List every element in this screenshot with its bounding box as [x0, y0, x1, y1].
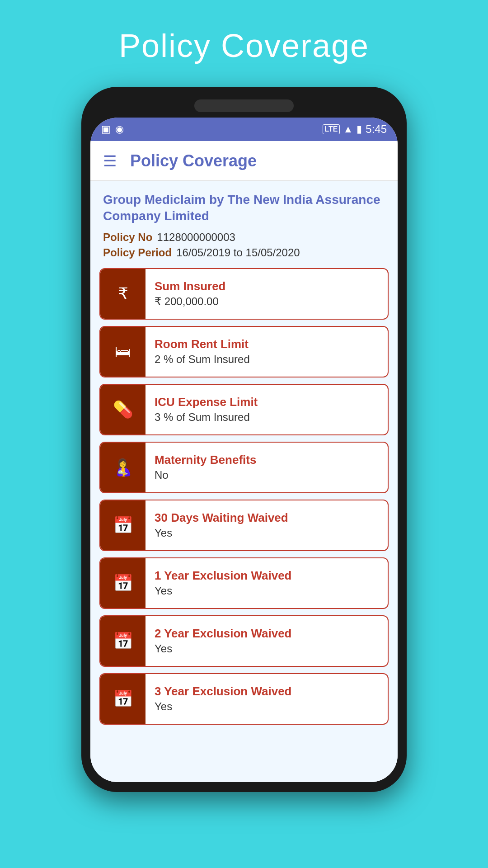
- status-bar: ▣ ◉ LTE ▲ ▮ 5:45: [90, 118, 398, 141]
- card-icon-maternity-benefits: 🤱: [113, 458, 133, 477]
- card-title-2-year-exclusion: 2 Year Exclusion Waived: [155, 627, 379, 641]
- card-icon-2-year-exclusion: 📅: [113, 632, 133, 651]
- card-content-1-year-exclusion: 1 Year Exclusion Waived Yes: [145, 562, 388, 604]
- status-time: 5:45: [366, 123, 387, 136]
- card-icon-area-room-rent-limit: 🛏: [100, 327, 145, 377]
- phone-frame: ▣ ◉ LTE ▲ ▮ 5:45 ☰ Policy Coverage Group…: [81, 87, 407, 792]
- policy-period-label: Policy Period: [103, 246, 172, 259]
- card-title-sum-insured: Sum Insured: [155, 279, 379, 293]
- card-title-3-year-exclusion: 3 Year Exclusion Waived: [155, 684, 379, 698]
- card-icon-area-icu-expense-limit: 💊: [100, 385, 145, 434]
- battery-icon: ▮: [357, 123, 362, 135]
- card-value-2-year-exclusion: Yes: [155, 642, 379, 655]
- policy-name: Group Mediclaim by The New India Assuran…: [103, 192, 385, 225]
- policy-no-label: Policy No: [103, 231, 152, 244]
- policy-no-row: Policy No 1128000000003: [103, 231, 385, 244]
- card-icon-area-sum-insured: ₹: [100, 269, 145, 319]
- card-title-maternity-benefits: Maternity Benefits: [155, 453, 379, 467]
- coverage-card-icu-expense-limit: 💊 ICU Expense Limit 3 % of Sum Insured: [99, 384, 389, 435]
- card-content-icu-expense-limit: ICU Expense Limit 3 % of Sum Insured: [145, 389, 388, 430]
- card-value-maternity-benefits: No: [155, 469, 379, 481]
- policy-period-value: 16/05/2019 to 15/05/2020: [176, 246, 300, 259]
- sync-icon: ◉: [115, 123, 124, 135]
- hamburger-menu-icon[interactable]: ☰: [103, 152, 117, 170]
- card-icon-sum-insured: ₹: [118, 284, 128, 303]
- policy-no-value: 1128000000003: [157, 231, 235, 244]
- card-icon-area-2-year-exclusion: 📅: [100, 616, 145, 666]
- policy-meta: Policy No 1128000000003 Policy Period 16…: [103, 231, 385, 259]
- status-right-area: LTE ▲ ▮ 5:45: [323, 123, 387, 136]
- card-icon-3-year-exclusion: 📅: [113, 689, 133, 708]
- card-value-icu-expense-limit: 3 % of Sum Insured: [155, 411, 379, 424]
- card-icon-area-1-year-exclusion: 📅: [100, 558, 145, 608]
- card-icon-area-30-days-waiting: 📅: [100, 500, 145, 550]
- scroll-content: Group Mediclaim by The New India Assuran…: [90, 181, 398, 782]
- policy-period-row: Policy Period 16/05/2019 to 15/05/2020: [103, 246, 385, 259]
- card-content-maternity-benefits: Maternity Benefits No: [145, 447, 388, 488]
- signal-icon: ▲: [343, 123, 353, 135]
- card-title-30-days-waiting: 30 Days Waiting Waived: [155, 511, 379, 525]
- phone-screen: ▣ ◉ LTE ▲ ▮ 5:45 ☰ Policy Coverage Group…: [90, 118, 398, 782]
- coverage-card-sum-insured: ₹ Sum Insured ₹ 200,000.00: [99, 268, 389, 320]
- app-bar-title: Policy Coverage: [130, 151, 257, 170]
- coverage-cards-list: ₹ Sum Insured ₹ 200,000.00 🛏 Room Rent L…: [99, 268, 389, 725]
- card-icon-1-year-exclusion: 📅: [113, 574, 133, 593]
- card-title-room-rent-limit: Room Rent Limit: [155, 337, 379, 351]
- coverage-card-3-year-exclusion: 📅 3 Year Exclusion Waived Yes: [99, 673, 389, 725]
- card-icon-icu-expense-limit: 💊: [113, 400, 133, 419]
- status-left-icons: ▣ ◉: [101, 123, 124, 135]
- coverage-card-1-year-exclusion: 📅 1 Year Exclusion Waived Yes: [99, 557, 389, 609]
- card-content-room-rent-limit: Room Rent Limit 2 % of Sum Insured: [145, 331, 388, 372]
- coverage-card-30-days-waiting: 📅 30 Days Waiting Waived Yes: [99, 500, 389, 551]
- lte-badge: LTE: [323, 124, 339, 134]
- card-value-30-days-waiting: Yes: [155, 527, 379, 539]
- card-icon-30-days-waiting: 📅: [113, 516, 133, 535]
- card-icon-area-3-year-exclusion: 📅: [100, 674, 145, 724]
- card-value-1-year-exclusion: Yes: [155, 585, 379, 597]
- card-icon-room-rent-limit: 🛏: [115, 342, 131, 361]
- card-value-3-year-exclusion: Yes: [155, 700, 379, 713]
- coverage-card-room-rent-limit: 🛏 Room Rent Limit 2 % of Sum Insured: [99, 326, 389, 377]
- page-background-title: Policy Coverage: [119, 27, 369, 64]
- sim-icon: ▣: [101, 123, 111, 135]
- card-content-2-year-exclusion: 2 Year Exclusion Waived Yes: [145, 620, 388, 661]
- card-title-icu-expense-limit: ICU Expense Limit: [155, 395, 379, 409]
- card-title-1-year-exclusion: 1 Year Exclusion Waived: [155, 569, 379, 583]
- policy-header: Group Mediclaim by The New India Assuran…: [99, 192, 389, 268]
- card-content-3-year-exclusion: 3 Year Exclusion Waived Yes: [145, 678, 388, 719]
- card-icon-area-maternity-benefits: 🤱: [100, 443, 145, 492]
- coverage-card-maternity-benefits: 🤱 Maternity Benefits No: [99, 442, 389, 493]
- card-value-room-rent-limit: 2 % of Sum Insured: [155, 353, 379, 366]
- phone-notch: [194, 99, 294, 112]
- card-content-30-days-waiting: 30 Days Waiting Waived Yes: [145, 505, 388, 546]
- app-bar: ☰ Policy Coverage: [90, 141, 398, 181]
- coverage-card-2-year-exclusion: 📅 2 Year Exclusion Waived Yes: [99, 615, 389, 667]
- card-content-sum-insured: Sum Insured ₹ 200,000.00: [145, 273, 388, 314]
- card-value-sum-insured: ₹ 200,000.00: [155, 295, 379, 308]
